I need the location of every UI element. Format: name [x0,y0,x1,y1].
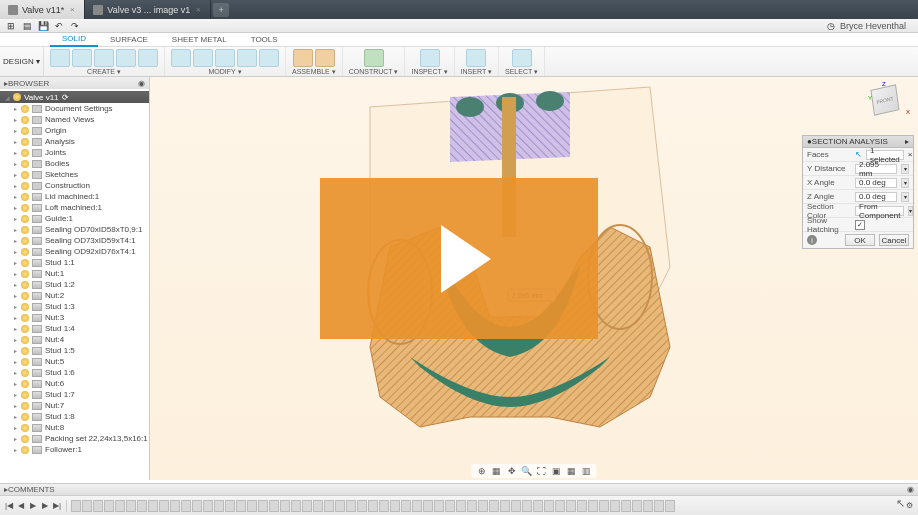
timeline-feature[interactable] [533,500,543,512]
timeline-feature[interactable] [390,500,400,512]
expand-icon[interactable]: ▸ [12,194,18,200]
add-tab-button[interactable]: + [213,3,229,17]
visibility-icon[interactable] [21,325,29,333]
tab-surface[interactable]: SURFACE [98,33,160,47]
tree-item[interactable]: ▸Nut:7 [0,400,149,411]
timeline-feature[interactable] [654,500,664,512]
tree-item[interactable]: ▸Guide:1 [0,213,149,224]
dropdown-icon[interactable]: ▾ [908,206,913,216]
press-pull-icon[interactable] [171,49,191,67]
timeline-feature[interactable] [456,500,466,512]
expand-icon[interactable]: ▸ [12,304,18,310]
visibility-icon[interactable] [21,149,29,157]
tree-item[interactable]: ▸Analysis [0,136,149,147]
fillet-icon[interactable] [193,49,213,67]
undo-icon[interactable]: ↶ [52,20,66,32]
expand-icon[interactable]: ▸ [12,282,18,288]
tree-item[interactable]: ▸Nut:3 [0,312,149,323]
expand-icon[interactable]: ▸ [12,128,18,134]
visibility-icon[interactable] [21,336,29,344]
field-value[interactable]: 2.095 mm [855,164,897,174]
new-sketch-icon[interactable] [50,49,70,67]
visibility-icon[interactable] [21,193,29,201]
ok-button[interactable]: OK [845,234,875,246]
expand-icon[interactable]: ▸ [12,293,18,299]
select-icon[interactable] [512,49,532,67]
settings-icon[interactable]: ◉ [138,79,145,88]
measure-icon[interactable] [420,49,440,67]
viewport-layout-icon[interactable]: ▥ [581,465,593,477]
visibility-icon[interactable] [21,138,29,146]
timeline-prev-icon[interactable]: ◀ [16,500,26,512]
timeline-feature[interactable] [236,500,246,512]
timeline-feature[interactable] [291,500,301,512]
timeline-feature[interactable] [313,500,323,512]
field-value[interactable]: From Component [855,206,904,216]
timeline-feature[interactable] [522,500,532,512]
combine-icon[interactable] [237,49,257,67]
timeline-feature[interactable] [588,500,598,512]
expand-icon[interactable]: ▸ [12,139,18,145]
timeline-feature[interactable] [258,500,268,512]
timeline-feature[interactable] [500,500,510,512]
ribbon-label[interactable]: MODIFY ▾ [208,68,241,76]
timeline-feature[interactable] [203,500,213,512]
tree-item[interactable]: ▸Nut:5 [0,356,149,367]
tab-tools[interactable]: TOOLS [239,33,290,47]
tree-item[interactable]: ▸Stud 1:1 [0,257,149,268]
expand-icon[interactable]: ▸ [12,447,18,453]
visibility-icon[interactable] [13,93,21,101]
checkbox[interactable]: ✓ [855,220,865,230]
visibility-icon[interactable] [21,237,29,245]
timeline-feature[interactable] [445,500,455,512]
timeline-start-icon[interactable]: |◀ [4,500,14,512]
tree-item[interactable]: ▸Stud 1:5 [0,345,149,356]
tree-item[interactable]: ▸Stud 1:6 [0,367,149,378]
fit-icon[interactable]: ⛶ [536,465,548,477]
visibility-icon[interactable] [21,303,29,311]
close-icon[interactable]: × [194,6,202,14]
timeline-feature[interactable] [181,500,191,512]
clear-icon[interactable]: × [908,150,913,159]
comments-bar[interactable]: ▸ COMMENTS ◉ [0,483,918,495]
timeline-feature[interactable] [357,500,367,512]
expand-icon[interactable]: ▸ [12,161,18,167]
timeline-feature[interactable] [82,500,92,512]
tree-item[interactable]: ▸Sealing OD73xID59xT4:1 [0,235,149,246]
tree-item[interactable]: ▸Loft machined:1 [0,202,149,213]
box-icon[interactable] [138,49,158,67]
cancel-button[interactable]: Cancel [879,234,909,246]
timeline-feature[interactable] [434,500,444,512]
tree-item[interactable]: ▸Construction [0,180,149,191]
view-cube-face[interactable]: FRONT [870,84,899,116]
tree-item[interactable]: ▸Nut:1 [0,268,149,279]
tab-solid[interactable]: SOLID [50,33,98,47]
play-video-button[interactable] [320,178,598,339]
visibility-icon[interactable] [21,116,29,124]
shell-icon[interactable] [215,49,235,67]
document-tab[interactable]: Valve v3 ... image v1 × [85,0,211,19]
visibility-icon[interactable] [21,446,29,454]
timeline-feature[interactable] [632,500,642,512]
field-value[interactable]: 1 selected [866,150,904,160]
tree-item[interactable]: ▸Named Views [0,114,149,125]
timeline-feature[interactable] [489,500,499,512]
visibility-icon[interactable] [21,391,29,399]
expand-icon[interactable]: ▸ [12,348,18,354]
timeline-feature[interactable] [115,500,125,512]
tree-item[interactable]: ▸Lid machined:1 [0,191,149,202]
browser-tree[interactable]: ◢ Valve v11 ⟳ ▸Document Settings▸Named V… [0,89,149,480]
visibility-icon[interactable] [21,369,29,377]
timeline-feature[interactable] [412,500,422,512]
timeline-feature[interactable] [478,500,488,512]
tree-item[interactable]: ▸Sealing OD92xID76xT4:1 [0,246,149,257]
visibility-icon[interactable] [21,105,29,113]
visibility-icon[interactable] [21,314,29,322]
tree-item[interactable]: ▸Sketches [0,169,149,180]
visibility-icon[interactable] [21,160,29,168]
tree-item[interactable]: ▸Stud 1:2 [0,279,149,290]
tree-item[interactable]: ▸Nut:2 [0,290,149,301]
visibility-icon[interactable] [21,127,29,135]
expand-icon[interactable]: ▸ [12,150,18,156]
grid-icon[interactable]: ⊞ [4,20,18,32]
